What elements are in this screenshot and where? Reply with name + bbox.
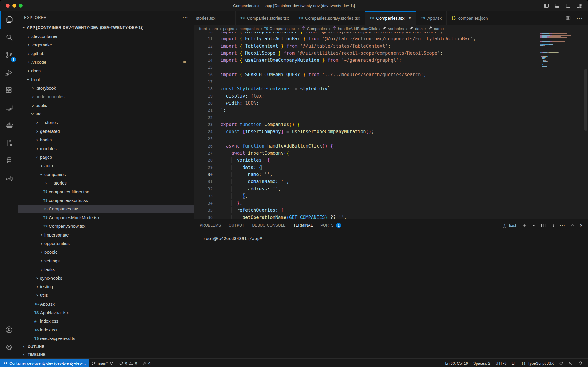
kill-terminal-icon[interactable] [550,223,555,228]
maximize-panel-icon[interactable] [570,223,575,228]
activity-run-and-debug[interactable] [0,64,18,82]
tree-item-testing[interactable]: ›testing [18,282,194,291]
split-editor-icon[interactable] [566,16,571,21]
tree-item-auth[interactable]: ›auth [18,161,194,170]
breadcrumb-item-companies-2[interactable]: companies [240,26,259,31]
breadcrumb-item-companies-3[interactable]: Companies [301,26,327,31]
remote-indicator[interactable]: >< Container dev-twenty-dev (dev-twenty-… [0,359,89,367]
breadcrumb-item-front-2[interactable]: front [199,26,207,31]
tree-item-app-container-dev-twenty-dev-dev-twenty-dev-1[interactable]: ›APP [CONTAINER DEV-TWENTY-DEV (DEV-TWEN… [18,23,194,32]
activity-search[interactable] [0,29,18,47]
minimap[interactable] [540,33,583,69]
tree-item-companiesmockmode-tsx[interactable]: TSCompaniesMockMode.tsx [18,213,194,222]
tree-item-generated[interactable]: ›generated [18,127,194,135]
editor-scrollbar[interactable] [584,69,587,131]
panel-more-icon[interactable]: ··· [560,222,566,228]
sync-icon[interactable] [109,361,114,366]
panel-tab-debug-console[interactable]: DEBUG CONSOLE [252,219,285,232]
more-actions-icon[interactable]: ··· [577,15,583,21]
panel-tab-problems[interactable]: PROBLEMS [200,219,221,232]
activity-settings[interactable] [0,339,18,357]
tab-app-tsx-2[interactable]: TSApp.tsx [416,11,447,25]
breadcrumb-item-companies-tsx-3[interactable]: TSCompanies.tsx [264,26,296,31]
customize-layout-icon[interactable] [577,3,582,8]
tree-item-companies[interactable]: ›companies [18,170,194,179]
explorer-more-icon[interactable]: ⋯ [183,15,188,20]
indentation-status[interactable]: Spaces: 2 [471,359,493,367]
terminal-dropdown-icon[interactable] [532,223,536,228]
minimize-window-button[interactable] [12,4,16,8]
tree-item-people[interactable]: ›people [18,248,194,256]
tree-item-stories-2[interactable]: ›__stories__ [18,179,194,187]
breadcrumb-item-name[interactable]: name [428,26,444,31]
tree-item-vscode[interactable]: ›.vscode [18,58,194,66]
activity-source-control[interactable]: 1 [0,47,18,64]
activity-extensions[interactable] [0,82,18,100]
tab-companies-json[interactable]: {}companies.json [447,11,493,25]
toggle-sidebar-icon[interactable] [544,3,549,8]
breadcrumb-item-data[interactable]: data [410,26,423,31]
activity-docker[interactable] [0,117,18,135]
problems-status[interactable]: 0 0 [116,359,140,367]
activity-figma[interactable] [0,153,18,170]
panel-tab-terminal[interactable]: TERMINAL [293,219,313,232]
tree-item-appnavbar-tsx[interactable]: TSAppNavbar.tsx [18,308,194,317]
tree-item-companies-sorts-tsx[interactable]: TScompanies-sorts.tsx [18,196,194,205]
feedback-status[interactable] [566,359,576,367]
breadcrumb-item-handleaddbuttonclick[interactable]: handleAddButtonClick [333,26,377,31]
tree-item-node-modules[interactable]: ›node_modules [18,92,194,101]
toggle-panel-icon[interactable] [555,3,560,8]
activity-file-code-gear[interactable] [0,135,18,153]
tree-item-ergomake[interactable]: ›.ergomake [18,41,194,49]
tree-item-index-css[interactable]: #index.css [18,317,194,325]
tree-item-impersonate[interactable]: ›impersonate [18,230,194,239]
activity-explorer[interactable] [0,11,18,29]
tree-item-hooks[interactable]: ›hooks [18,135,194,144]
tree-item-companies-filters-tsx[interactable]: TScompanies-filters.tsx [18,187,194,196]
breadcrumb-item-pages-2[interactable]: pages [223,26,234,31]
code-editor[interactable]: 10import { WithTopBarContainer } from '@… [194,32,588,219]
tree-item-settings[interactable]: ›settings [18,257,194,265]
tree-item-companies-tsx[interactable]: TSCompanies.tsx [18,205,194,213]
close-panel-icon[interactable]: × [579,222,583,229]
eol-status[interactable]: LF [509,359,519,367]
tab-companies-stories-tsx[interactable]: TSCompanies.stories.tsx [236,11,294,25]
tree-item-index-tsx[interactable]: TSindex.tsx [18,326,194,334]
encoding-status[interactable]: UTF-8 [493,359,509,367]
tree-item-public[interactable]: ›public [18,101,194,110]
toggle-secondary-sidebar-icon[interactable] [566,3,571,8]
tree-item-docs[interactable]: ›docs [18,66,194,75]
activity-accounts[interactable] [0,321,18,339]
shell-selector[interactable]: $ bash [502,223,517,228]
tab-stories-tsx[interactable]: stories.tsx [194,11,236,25]
tree-item-react-app-env-d-ts[interactable]: TSreact-app-env.d.ts [18,334,194,343]
panel-tab-ports[interactable]: PORTS1 [320,219,341,232]
new-terminal-icon[interactable] [522,223,527,228]
timeline-section[interactable]: › TIMELINE [18,351,194,358]
language-status[interactable]: {} TypeScript JSX [519,359,557,367]
close-icon[interactable]: × [408,16,411,21]
close-window-button[interactable] [6,4,10,8]
tree-item-pages[interactable]: ›pages [18,153,194,161]
tree-item-utils[interactable]: ›utils [18,291,194,299]
tree-item-companyshow-tsx[interactable]: TSCompanyShow.tsx [18,222,194,230]
tree-item-sync-hooks[interactable]: ›sync-hooks [18,274,194,282]
panel-tab-output[interactable]: OUTPUT [229,219,245,232]
terminal-output[interactable]: root@0a42ecd84891:/app# [194,232,588,241]
tree-item-devcontainer[interactable]: ›.devcontainer [18,32,194,40]
activity-remote-explorer[interactable] [0,100,18,117]
branch-status[interactable]: main* [89,359,116,367]
breadcrumb-item-variables[interactable]: variables [382,26,404,31]
split-terminal-icon[interactable] [541,223,546,228]
tree-item-src[interactable]: ›src [18,110,194,118]
outline-section[interactable]: › OUTLINE [18,343,194,351]
activity-comments[interactable] [0,170,18,188]
cursor-position[interactable]: Ln 30, Col 19 [442,359,470,367]
tree-item-modules[interactable]: ›modules [18,144,194,153]
ports-status[interactable]: 4 [140,359,153,367]
tree-item-storybook[interactable]: ›.storybook [18,84,194,92]
zoom-window-button[interactable] [19,4,23,8]
tree-item-app-tsx[interactable]: TSApp.tsx [18,300,194,308]
tab-companies-sortby-stories-tsx[interactable]: TSCompanies.sortBy.stories.tsx [294,11,365,25]
tree-item-tasks[interactable]: ›tasks [18,265,194,274]
